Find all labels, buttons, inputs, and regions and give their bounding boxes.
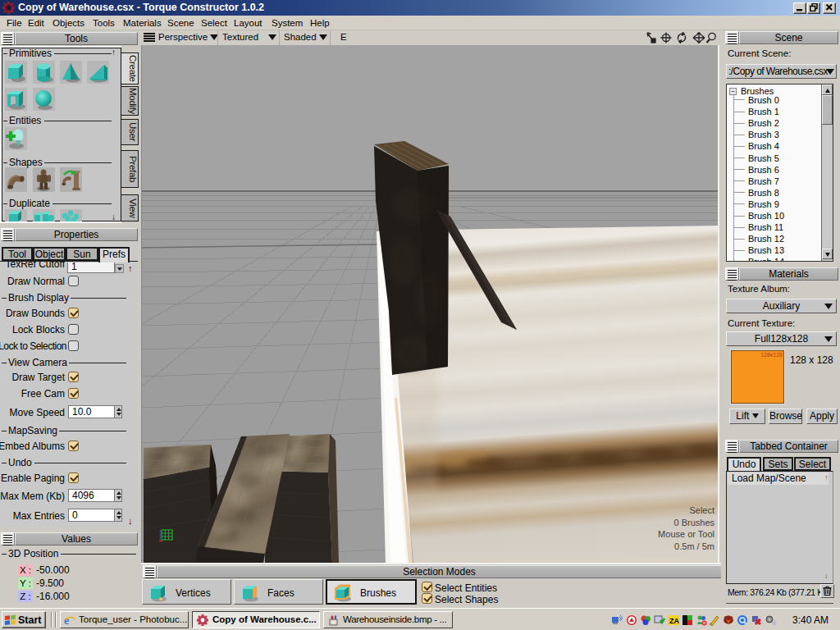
svg-text:ZA: ZA — [669, 617, 679, 625]
svg-text:Mouse or Tool: Mouse or Tool — [658, 529, 714, 539]
svg-text:e: e — [64, 614, 69, 626]
svg-text:0 Brushes: 0 Brushes — [673, 518, 714, 527]
svg-text:0.5m / 5m: 0.5m / 5m — [674, 541, 714, 551]
svg-text:Select: Select — [689, 505, 714, 515]
